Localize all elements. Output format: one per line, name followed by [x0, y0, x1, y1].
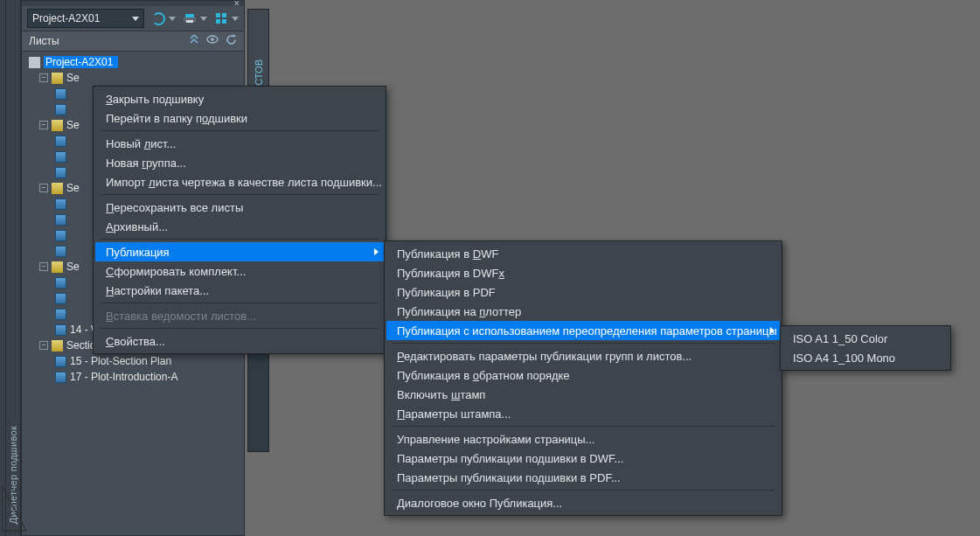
book-icon: [29, 57, 40, 68]
sheet-icon: [55, 198, 66, 210]
grid-icon: [212, 10, 230, 27]
context-menu-main: Закрыть подшивку Перейти в папку подшивк…: [93, 86, 386, 354]
menu-import-sheet[interactable]: Импорт листа чертежа в качестве листа по…: [95, 172, 384, 191]
sheet-icon: [55, 167, 66, 178]
svg-point-8: [211, 38, 214, 41]
tree-root[interactable]: Project-A2X01: [22, 54, 244, 70]
sheet-icon: [55, 88, 66, 100]
menu-properties[interactable]: Свойства...: [95, 331, 384, 351]
submenu-arrow-icon: [374, 248, 379, 255]
menu-publish-plotter[interactable]: Публикация на плоттер: [386, 302, 780, 321]
menu-enable-stamp[interactable]: Включить штамп: [386, 385, 780, 404]
menu-goto-folder[interactable]: Перейти в папку подшивки: [95, 108, 384, 128]
collapse-icon[interactable]: −: [39, 121, 48, 129]
sheet-icon: [55, 151, 66, 163]
sheet-icon: [55, 246, 66, 257]
toolbar-grid[interactable]: [212, 10, 239, 27]
sheets-header: Листы: [22, 31, 244, 52]
refresh-icon: [149, 10, 167, 27]
svg-rect-6: [222, 19, 226, 24]
menu-archive[interactable]: Архивный...: [95, 217, 384, 236]
sheet-icon: [55, 277, 66, 289]
sheet-icon: [55, 309, 66, 320]
submenu-arrow-icon: [770, 327, 775, 334]
sheet-icon: [55, 324, 66, 336]
sheet-icon: [55, 356, 66, 367]
dropdown-arrow-icon: [232, 17, 239, 21]
project-select-value: Project-A2X01: [32, 12, 100, 24]
svg-rect-5: [216, 19, 220, 24]
sheet-icon: [55, 293, 66, 304]
context-menu-override: ISO A1 1_50 Color ISO A4 1_100 Mono: [780, 325, 951, 371]
menu-publish-pdf[interactable]: Публикация в PDF: [386, 282, 780, 302]
menu-resave-all[interactable]: Пересохранить все листы: [95, 198, 384, 217]
tree-label: Se: [66, 182, 80, 194]
menu-edit-publish-params[interactable]: Редактировать параметры публикации групп…: [386, 346, 780, 365]
menu-iso-a4[interactable]: ISO A4 1_100 Mono: [782, 348, 949, 367]
menu-new-group[interactable]: Новая группа...: [95, 153, 384, 172]
folder-icon: [52, 73, 63, 84]
menu-publish[interactable]: Публикация: [95, 242, 384, 261]
menu-publish-dwf[interactable]: Публикация в DWF: [386, 244, 780, 263]
tree-section-1[interactable]: −Se: [22, 70, 244, 86]
panel-toolbar: Project-A2X01: [22, 6, 244, 31]
menu-publish-override[interactable]: Публикация с использованием переопределе…: [386, 321, 780, 340]
folder-icon: [52, 340, 63, 352]
ribbon-handle[interactable]: [0, 0, 6, 536]
menu-stamp-params[interactable]: Параметры штампа...: [386, 404, 780, 423]
menu-publish-dialog[interactable]: Диалоговое окно Публикация...: [386, 493, 780, 512]
tree-label: Se: [66, 261, 80, 273]
menu-package-settings[interactable]: Настройки пакета...: [95, 281, 384, 300]
svg-rect-0: [185, 14, 194, 17]
dropdown-arrow-icon: [169, 17, 176, 21]
menu-insert-sheet-list: Вставка ведомости листов...: [95, 306, 384, 325]
sheet-icon: [55, 372, 66, 383]
collapse-icon[interactable]: −: [39, 184, 48, 192]
sidebar-title: Диспетчер подшивок: [8, 426, 18, 524]
menu-publish-reverse[interactable]: Публикация в обратном порядке: [386, 365, 780, 385]
dropdown-arrow-icon: [200, 17, 207, 21]
menu-new-sheet[interactable]: Новый лист...: [95, 134, 384, 153]
eye-icon[interactable]: [206, 34, 219, 48]
sheet-icon: [55, 136, 66, 147]
tree-sheet-17[interactable]: 17 - Plot-Introduction-A: [22, 369, 244, 385]
toolbar-print[interactable]: [181, 10, 207, 27]
tree-label: Se: [66, 72, 80, 84]
toolbar-refresh[interactable]: [149, 10, 176, 27]
svg-rect-2: [186, 20, 193, 23]
menu-iso-a1[interactable]: ISO A1 1_50 Color: [782, 329, 949, 348]
menu-label: Публикация с использованием переопределе…: [397, 324, 777, 338]
menu-publish-dwfx[interactable]: Публикация в DWFx: [386, 263, 780, 282]
menu-binder-publish-dwf[interactable]: Параметры публикации подшивки в DWF...: [386, 449, 780, 468]
folder-icon: [52, 183, 63, 194]
menu-form-kit[interactable]: Сформировать комплект...: [95, 261, 384, 281]
sheet-icon: [55, 230, 66, 241]
dropdown-arrow-icon: [132, 17, 139, 21]
folder-icon: [52, 261, 63, 273]
tree-label: 15 - Plot-Section Plan: [70, 355, 171, 367]
menu-label: Публикация: [106, 246, 170, 259]
menu-binder-publish-pdf[interactable]: Параметры публикации подшивки в PDF...: [386, 468, 780, 487]
sheets-header-label: Листы: [29, 35, 59, 47]
svg-rect-3: [216, 13, 220, 17]
svg-rect-4: [222, 13, 226, 17]
printer-icon: [181, 10, 198, 27]
sidebar-title-bar: Диспетчер подшивок: [6, 0, 21, 536]
tree-sheet-15[interactable]: 15 - Plot-Section Plan: [22, 353, 244, 369]
collapse-icon[interactable]: −: [39, 73, 48, 82]
sheet-icon: [55, 104, 66, 115]
tree-label: 17 - Plot-Introduction-A: [70, 371, 177, 383]
tree-root-label: Project-A2X01: [44, 56, 118, 68]
context-menu-publish: Публикация в DWF Публикация в DWFx Публи…: [384, 240, 782, 516]
refresh-icon[interactable]: [226, 34, 237, 48]
project-select[interactable]: Project-A2X01: [27, 9, 144, 28]
sheet-icon: [55, 214, 66, 226]
tree-label: Se: [66, 119, 80, 131]
menu-page-setup-manager[interactable]: Управление настройками страницы...: [386, 429, 780, 449]
collapse-icon[interactable]: −: [39, 262, 48, 271]
menu-close-binder[interactable]: Закрыть подшивку: [95, 89, 384, 108]
collapse-icon[interactable]: −: [39, 341, 48, 350]
folder-icon: [52, 120, 63, 131]
collapse-all-icon[interactable]: [189, 34, 199, 48]
